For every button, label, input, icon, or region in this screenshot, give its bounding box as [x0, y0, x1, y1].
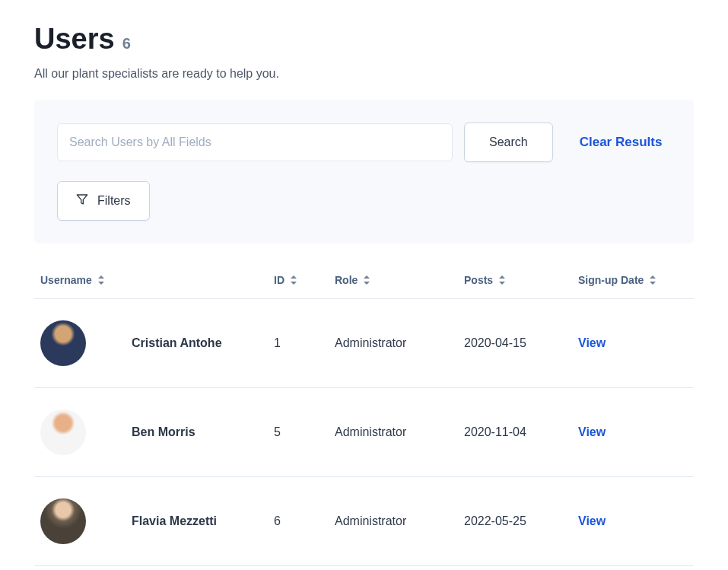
role-cell: Administrator [329, 299, 458, 388]
svg-marker-7 [499, 275, 505, 279]
svg-marker-8 [499, 282, 505, 285]
posts-cell: 2022-05-25 [458, 477, 572, 566]
column-posts[interactable]: Posts [458, 263, 572, 299]
search-input[interactable] [57, 123, 453, 161]
title-row: Users 6 [34, 23, 694, 56]
user-count: 6 [122, 35, 131, 53]
table-row: Cristian Antohe 1 Administrator 2020-04-… [34, 299, 694, 388]
header-block: Users 6 All our plant specialists are re… [34, 23, 694, 81]
sort-icon [650, 275, 656, 287]
svg-marker-4 [291, 282, 297, 285]
column-label: Username [40, 274, 92, 286]
svg-marker-10 [650, 282, 656, 285]
svg-marker-6 [364, 282, 370, 285]
svg-marker-3 [291, 275, 297, 279]
username-cell: Ben Morris [126, 388, 268, 477]
svg-marker-9 [650, 275, 656, 279]
column-role[interactable]: Role [329, 263, 458, 299]
table-header-row: Username ID Role Posts [34, 263, 694, 299]
table-row: Flavia Mezzetti 6 Administrator 2022-05-… [34, 477, 694, 566]
svg-marker-2 [98, 282, 104, 285]
column-label: ID [274, 274, 285, 286]
role-cell: Administrator [329, 388, 458, 477]
sort-icon [364, 275, 370, 287]
filter-panel: Search Clear Results Filters [34, 100, 694, 244]
column-username[interactable]: Username [34, 263, 268, 299]
clear-results-link[interactable]: Clear Results [580, 135, 663, 150]
posts-cell: 2020-11-04 [458, 388, 572, 477]
user-table: Username ID Role Posts [34, 263, 694, 566]
avatar [40, 409, 86, 455]
sort-icon [291, 275, 297, 287]
filter-icon [76, 193, 88, 209]
column-signup[interactable]: Sign-up Date [572, 263, 694, 299]
svg-marker-0 [77, 195, 87, 204]
view-link[interactable]: View [578, 425, 606, 438]
view-link[interactable]: View [578, 336, 606, 349]
view-link[interactable]: View [578, 514, 606, 527]
sort-icon [98, 275, 104, 287]
search-button[interactable]: Search [464, 123, 553, 162]
svg-marker-1 [98, 275, 104, 279]
id-cell: 1 [268, 299, 329, 388]
page-title: Users [34, 23, 115, 56]
role-cell: Administrator [329, 477, 458, 566]
id-cell: 6 [268, 477, 329, 566]
sort-icon [499, 275, 505, 287]
avatar [40, 498, 86, 544]
username-cell: Flavia Mezzetti [126, 477, 268, 566]
svg-marker-5 [364, 275, 370, 279]
table-row: Ben Morris 5 Administrator 2020-11-04 Vi… [34, 388, 694, 477]
id-cell: 5 [268, 388, 329, 477]
filters-label: Filters [97, 194, 131, 208]
filters-button[interactable]: Filters [57, 181, 150, 221]
search-row: Search Clear Results [57, 123, 671, 162]
column-id[interactable]: ID [268, 263, 329, 299]
column-label: Role [335, 274, 358, 286]
page-subtitle: All our plant specialists are ready to h… [34, 67, 694, 81]
username-cell: Cristian Antohe [126, 299, 268, 388]
avatar [40, 320, 86, 366]
column-label: Sign-up Date [578, 274, 644, 286]
column-label: Posts [464, 274, 493, 286]
posts-cell: 2020-04-15 [458, 299, 572, 388]
